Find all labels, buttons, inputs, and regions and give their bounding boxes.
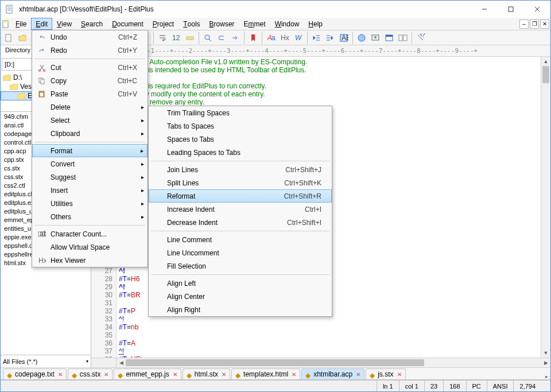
menu-document[interactable]: Document bbox=[107, 18, 148, 30]
menu-item-select[interactable]: Select▸ bbox=[32, 114, 148, 127]
close-button[interactable] bbox=[524, 1, 550, 18]
menu-edit[interactable]: Edit bbox=[31, 18, 52, 30]
tab-close-icon[interactable]: ✕ bbox=[222, 371, 226, 378]
run-icon[interactable] bbox=[369, 32, 382, 44]
svg-text:a: a bbox=[271, 34, 276, 42]
tab-scroll-arrow[interactable]: ▸ bbox=[543, 374, 550, 379]
mdi-minimize[interactable]: – bbox=[519, 20, 529, 29]
new-file-icon[interactable] bbox=[2, 32, 15, 44]
mdi-close[interactable]: ✕ bbox=[540, 20, 549, 29]
browser-icon[interactable] bbox=[355, 32, 368, 44]
menu-emmet[interactable]: Emmet bbox=[239, 18, 270, 30]
svg-text:ab: ab bbox=[40, 230, 46, 238]
help-icon[interactable]: ? bbox=[414, 32, 427, 44]
menu-item-cut[interactable]: CutCtrl+X bbox=[32, 61, 148, 74]
indent-left-icon[interactable] bbox=[310, 32, 323, 44]
tab-close-icon[interactable]: ✕ bbox=[292, 371, 296, 378]
resize-grip[interactable] bbox=[541, 381, 550, 391]
menu-item-clipboard[interactable]: Clipboard▸ bbox=[32, 127, 148, 140]
svg-text:?: ? bbox=[421, 33, 425, 39]
mdi-restore[interactable]: ❐ bbox=[530, 20, 539, 29]
sidebar-tab-directory[interactable]: Directory bbox=[1, 45, 36, 57]
doc-tab[interactable]: ◆xhtmlbar.acp✕ bbox=[301, 368, 364, 379]
menu-item-convert[interactable]: Convert▸ bbox=[32, 157, 148, 170]
submenu-arrow-icon: ▸ bbox=[141, 130, 144, 137]
minimize-button[interactable] bbox=[471, 1, 498, 18]
menu-item-utilities[interactable]: Utilities▸ bbox=[32, 197, 148, 210]
linenum-icon[interactable]: 12 bbox=[170, 32, 183, 44]
open-icon[interactable] bbox=[16, 32, 29, 44]
menu-item-align-right[interactable]: Align Right bbox=[149, 303, 332, 316]
menu-item-spaces-to-tabs[interactable]: Spaces to Tabs bbox=[149, 133, 332, 146]
menu-item-align-center[interactable]: Align Center bbox=[149, 290, 332, 303]
tab-close-icon[interactable]: ✕ bbox=[397, 371, 402, 378]
window-icon[interactable] bbox=[383, 32, 395, 44]
menu-help[interactable]: Help bbox=[304, 18, 327, 30]
menu-item-allow-virtual-space[interactable]: Allow Virtual Space bbox=[32, 240, 148, 254]
goto-icon[interactable] bbox=[229, 32, 242, 44]
doc-tab[interactable]: ◆templatex.html✕ bbox=[231, 368, 300, 379]
font-icon[interactable]: Aa bbox=[265, 32, 277, 44]
menu-item-tabs-to-spaces[interactable]: Tabs to Spaces bbox=[149, 119, 332, 133]
tab-close-icon[interactable]: ✕ bbox=[58, 371, 63, 378]
doc-tab[interactable]: ◆css.stx✕ bbox=[68, 368, 113, 379]
tab-close-icon[interactable]: ✕ bbox=[104, 371, 108, 378]
menu-item-copy[interactable]: CopyCtrl+C bbox=[32, 74, 148, 87]
maximize-button[interactable] bbox=[498, 1, 524, 18]
menu-item-others[interactable]: Others▸ bbox=[32, 210, 148, 223]
ruler-icon[interactable] bbox=[184, 32, 196, 44]
menu-item-reformat[interactable]: ReformatCtrl+Shift+R bbox=[149, 189, 332, 203]
menu-item-join-lines[interactable]: Join LinesCtrl+Shift+J bbox=[149, 163, 332, 176]
replace-icon[interactable] bbox=[215, 32, 228, 44]
menu-item-suggest[interactable]: Suggest▸ bbox=[32, 170, 148, 184]
blank-icon bbox=[152, 134, 165, 145]
web-icon[interactable]: W bbox=[292, 32, 305, 44]
menu-view[interactable]: View bbox=[52, 18, 76, 30]
indent-right-icon[interactable] bbox=[324, 32, 336, 44]
menu-item-insert[interactable]: Insert▸ bbox=[32, 184, 148, 197]
menu-file[interactable]: File bbox=[11, 18, 31, 30]
menu-item-paste[interactable]: PasteCtrl+V bbox=[32, 87, 148, 100]
tab-label: css.stx bbox=[80, 370, 101, 378]
menu-project[interactable]: Project bbox=[148, 18, 179, 30]
menu-item-undo[interactable]: UndoCtrl+Z bbox=[32, 30, 148, 44]
file-filter[interactable]: All Files (*.*) bbox=[1, 355, 91, 367]
doc-tab[interactable]: ◆emmet_epp.js✕ bbox=[114, 368, 181, 379]
menu-item-character-count-[interactable]: abCharacter Count... bbox=[32, 227, 148, 240]
menu-item-trim-trailing-spaces[interactable]: Trim Trailing Spaces bbox=[149, 106, 332, 119]
menu-tools[interactable]: Tools bbox=[179, 18, 204, 30]
blank-icon bbox=[152, 204, 165, 215]
doc-tab[interactable]: ◆codepage.txt✕ bbox=[3, 368, 67, 379]
menu-browser[interactable]: Browser bbox=[205, 18, 239, 30]
menu-item-decrease-indent[interactable]: Decrease IndentCtrl+Shift+I bbox=[149, 216, 332, 229]
select-icon[interactable]: AB bbox=[337, 32, 350, 44]
menu-item-hex-viewer[interactable]: HxHex Viewer bbox=[32, 254, 148, 267]
menu-item-increase-indent[interactable]: Increase IndentCtrl+I bbox=[149, 203, 332, 216]
menu-item-fill-selection[interactable]: Fill Selection bbox=[149, 259, 332, 273]
tab-close-icon[interactable]: ✕ bbox=[173, 371, 177, 378]
doc-tab[interactable]: ◆js.stx✕ bbox=[366, 368, 405, 379]
menu-window[interactable]: Window bbox=[270, 18, 304, 30]
menu-item-line-comment[interactable]: Line Comment bbox=[149, 233, 332, 246]
menu-item-redo[interactable]: RedoCtrl+Y bbox=[32, 44, 148, 57]
find-icon[interactable] bbox=[201, 32, 214, 44]
blank-icon bbox=[152, 165, 165, 175]
vertical-scrollbar[interactable]: ▲▼ bbox=[541, 57, 550, 358]
doc-tab[interactable]: ◆html.stx✕ bbox=[183, 368, 230, 379]
blank-icon bbox=[36, 146, 48, 156]
compare-icon[interactable] bbox=[397, 32, 409, 44]
bookmark-icon[interactable] bbox=[247, 32, 259, 44]
redo-icon bbox=[36, 45, 48, 56]
horizontal-scrollbar[interactable]: ◀▶ bbox=[91, 358, 550, 367]
menu-item-format[interactable]: Format▸ bbox=[32, 144, 148, 157]
menu-search[interactable]: Search bbox=[76, 18, 107, 30]
hex-icon[interactable]: Hx bbox=[278, 32, 291, 44]
menu-item-line-uncomment[interactable]: Line Uncomment bbox=[149, 246, 332, 259]
menu-item-align-left[interactable]: Align Left bbox=[149, 277, 332, 290]
menu-item-leading-spaces-to-tabs[interactable]: Leading Spaces to Tabs bbox=[149, 146, 332, 159]
wordwrap-icon[interactable] bbox=[156, 32, 169, 44]
menu-item-split-lines[interactable]: Split LinesCtrl+Shift+K bbox=[149, 176, 332, 189]
tab-close-icon[interactable]: ✕ bbox=[356, 371, 360, 378]
svg-rect-37 bbox=[41, 79, 44, 84]
menu-item-delete[interactable]: Delete▸ bbox=[32, 100, 148, 114]
